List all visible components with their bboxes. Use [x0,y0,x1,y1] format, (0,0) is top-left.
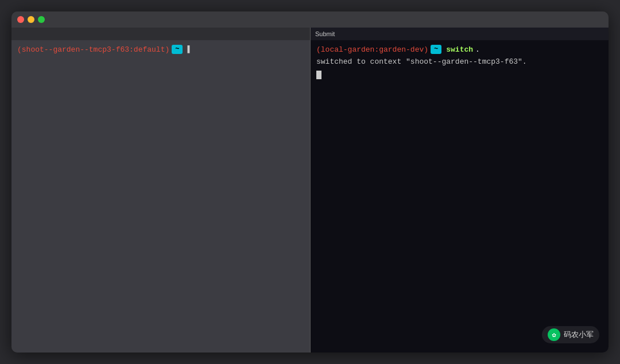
watermark-text: 码农小军 [564,330,594,340]
right-command-line: (local-garden:garden-dev) ~ switch . [316,45,603,54]
right-panel-content: (local-garden:garden-dev) ~ switch . swi… [311,40,609,353]
left-cursor: ▌ [187,45,192,54]
terminal-window: (shoot--garden--tmcp3-f63:default) ~ ▌ S… [11,11,609,353]
maximize-button[interactable] [38,16,45,23]
close-button[interactable] [17,16,24,23]
left-panel-titlebar [11,28,310,40]
cursor-block [316,71,321,79]
terminal-cursor-line [316,69,603,79]
watermark: ✿ 码农小军 [542,326,599,343]
left-panel-content: (shoot--garden--tmcp3-f63:default) ~ ▌ [11,40,310,353]
left-prompt-arrow: ~ [172,45,183,54]
right-output-line: switched to context "shoot--garden--tmcp… [316,55,603,68]
terminal-panels: (shoot--garden--tmcp3-f63:default) ~ ▌ S… [11,28,609,353]
left-terminal-panel: (shoot--garden--tmcp3-f63:default) ~ ▌ [11,28,310,353]
output-text: switched to context "shoot--garden--tmcp… [316,56,527,68]
wechat-icon: ✿ [552,331,556,339]
command-switch: switch [446,45,473,54]
left-prompt-line: (shoot--garden--tmcp3-f63:default) ~ ▌ [17,45,192,54]
title-bar [11,11,609,28]
right-terminal-panel: Submit (local-garden:garden-dev) ~ switc… [310,28,609,353]
command-arg: . [475,45,480,54]
traffic-lights [17,16,45,23]
left-prompt-context: (shoot--garden--tmcp3-f63:default) [17,45,169,54]
right-panel-titlebar: Submit [311,28,609,40]
watermark-icon: ✿ [548,328,560,341]
right-prompt-context: (local-garden:garden-dev) [316,45,428,54]
right-prompt-arrow: ~ [431,45,441,54]
minimize-button[interactable] [28,16,34,23]
submit-button[interactable]: Submit [315,30,335,37]
